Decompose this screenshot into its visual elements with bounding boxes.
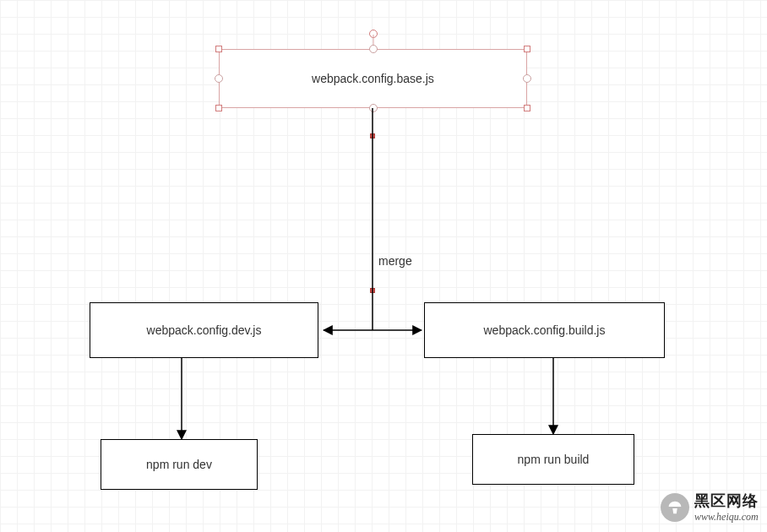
resize-handle-se[interactable]	[524, 105, 530, 111]
node-label: webpack.config.base.js	[312, 72, 434, 85]
node-run-build[interactable]: npm run build	[472, 434, 634, 485]
resize-handle-ne[interactable]	[524, 46, 530, 52]
node-run-dev[interactable]: npm run dev	[101, 439, 258, 490]
diagram-canvas[interactable]: webpack.config.base.js webpack.config.de…	[0, 0, 767, 532]
node-build[interactable]: webpack.config.build.js	[424, 302, 665, 358]
node-label: webpack.config.build.js	[484, 323, 606, 337]
node-label: npm run dev	[146, 458, 212, 471]
port-n[interactable]	[369, 45, 378, 53]
node-label: npm run build	[518, 453, 590, 466]
edge-endpoint-top[interactable]	[370, 133, 375, 138]
port-w[interactable]	[215, 74, 223, 83]
port-s[interactable]	[369, 104, 378, 112]
mushroom-icon	[661, 493, 689, 522]
resize-handle-sw[interactable]	[215, 105, 222, 111]
node-dev[interactable]: webpack.config.dev.js	[90, 302, 318, 358]
edge-label-merge: merge	[378, 254, 412, 268]
watermark-title: 黑区网络	[694, 491, 759, 511]
watermark-url: www.heiqu.com	[694, 511, 759, 524]
watermark: 黑区网络 www.heiqu.com	[661, 491, 759, 524]
node-base[interactable]: webpack.config.base.js	[219, 49, 527, 108]
edge-endpoint-bottom[interactable]	[370, 288, 375, 293]
port-e[interactable]	[523, 74, 531, 83]
node-label: webpack.config.dev.js	[147, 323, 262, 337]
resize-handle-nw[interactable]	[215, 46, 222, 52]
